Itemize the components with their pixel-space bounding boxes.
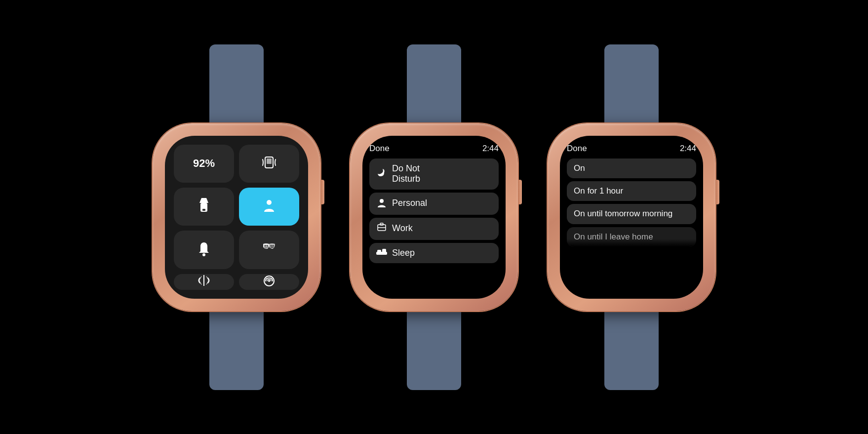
dnd-item[interactable]: Do NotDisturb	[369, 158, 499, 190]
option-on-morning[interactable]: On until tomorrow morning	[567, 204, 696, 224]
done-button-2[interactable]: Done	[369, 144, 390, 154]
personal-icon	[376, 197, 387, 210]
airplay-button[interactable]	[239, 274, 299, 290]
watch-case-2: Done 2:44 Do NotDisturb	[350, 123, 518, 311]
time-display-2: 2:44	[482, 144, 499, 154]
option-on-hour-label: On for 1 hour	[574, 186, 623, 196]
option-on-hour[interactable]: On for 1 hour	[567, 181, 696, 201]
svg-point-10	[273, 245, 274, 247]
svg-rect-4	[202, 209, 205, 211]
watch-2: Done 2:44 Do NotDisturb	[350, 44, 518, 390]
vibrate-button[interactable]	[239, 145, 299, 183]
signal-button[interactable]	[174, 274, 234, 290]
svg-point-5	[267, 200, 272, 205]
watch-screen-3: Done 2:44 On On for 1 hour On until tomo…	[560, 136, 703, 299]
focus-options-items: On On for 1 hour On until tomorrow morni…	[567, 158, 696, 294]
airplay-icon	[262, 274, 276, 290]
flashlight-button[interactable]	[174, 188, 234, 226]
watch-body-1: 92%	[153, 123, 320, 311]
watch-screen-2: Done 2:44 Do NotDisturb	[362, 136, 506, 299]
battery-label: 92%	[193, 157, 215, 170]
focus-menu-items: Do NotDisturb Personal	[369, 158, 499, 294]
signal-icon	[197, 274, 210, 290]
vibrate-icon	[261, 155, 277, 173]
watch-screen-1: 92%	[165, 136, 308, 299]
personal-item[interactable]: Personal	[369, 193, 499, 215]
svg-point-6	[202, 253, 205, 256]
control-center-screen: 92%	[165, 136, 308, 299]
bell-button[interactable]	[174, 231, 234, 269]
time-display-3: 2:44	[680, 144, 696, 154]
theater-button[interactable]	[239, 231, 299, 269]
svg-rect-19	[377, 250, 381, 253]
theater-icon	[261, 242, 277, 258]
svg-point-8	[267, 245, 268, 247]
option-on-leave-label: On until I leave home	[574, 232, 653, 242]
flashlight-icon	[197, 198, 210, 215]
svg-rect-1	[267, 158, 272, 164]
bell-icon	[197, 241, 211, 258]
moon-icon	[376, 168, 387, 180]
work-item[interactable]: Work	[369, 218, 499, 240]
focus-options-screen: Done 2:44 On On for 1 hour On until tomo…	[560, 136, 703, 299]
svg-point-14	[380, 199, 384, 203]
battery-button[interactable]: 92%	[174, 145, 234, 183]
focus-menu-screen: Done 2:44 Do NotDisturb	[362, 136, 506, 299]
svg-point-9	[271, 245, 272, 247]
band-top-1	[209, 44, 264, 123]
done-button-3[interactable]: Done	[567, 144, 587, 154]
menu-header-2: Done 2:44	[369, 144, 499, 154]
band-bottom-1	[209, 311, 264, 390]
focus-button[interactable]	[239, 188, 299, 226]
watch-case-3: Done 2:44 On On for 1 hour On until tomo…	[548, 123, 715, 311]
svg-rect-16	[380, 223, 383, 225]
option-on-label: On	[574, 163, 585, 173]
focus-icon	[262, 198, 276, 215]
watch-1: 92%	[153, 44, 320, 390]
dnd-label: Do NotDisturb	[392, 163, 420, 185]
band-bottom-2	[407, 311, 461, 390]
svg-rect-20	[382, 249, 386, 253]
work-icon	[376, 223, 387, 235]
svg-point-13	[268, 280, 270, 282]
watch-body-3: Done 2:44 On On for 1 hour On until tomo…	[548, 123, 715, 311]
watch-3: Done 2:44 On On for 1 hour On until tomo…	[548, 44, 715, 390]
sleep-icon	[376, 248, 387, 258]
band-top-2	[407, 44, 461, 123]
svg-point-7	[265, 245, 266, 247]
band-top-3	[604, 44, 659, 123]
svg-marker-2	[199, 198, 208, 203]
option-on-morning-label: On until tomorrow morning	[574, 209, 672, 219]
band-bottom-3	[604, 311, 659, 390]
watch-body-2: Done 2:44 Do NotDisturb	[350, 123, 518, 311]
sleep-item[interactable]: Sleep	[369, 243, 499, 264]
work-label: Work	[392, 223, 413, 234]
personal-label: Personal	[392, 198, 427, 209]
menu-header-3: Done 2:44	[567, 144, 696, 154]
watch-case-1: 92%	[153, 123, 320, 311]
option-on[interactable]: On	[567, 158, 696, 178]
sleep-label: Sleep	[392, 248, 415, 259]
option-on-leave[interactable]: On until I leave home	[567, 227, 696, 247]
